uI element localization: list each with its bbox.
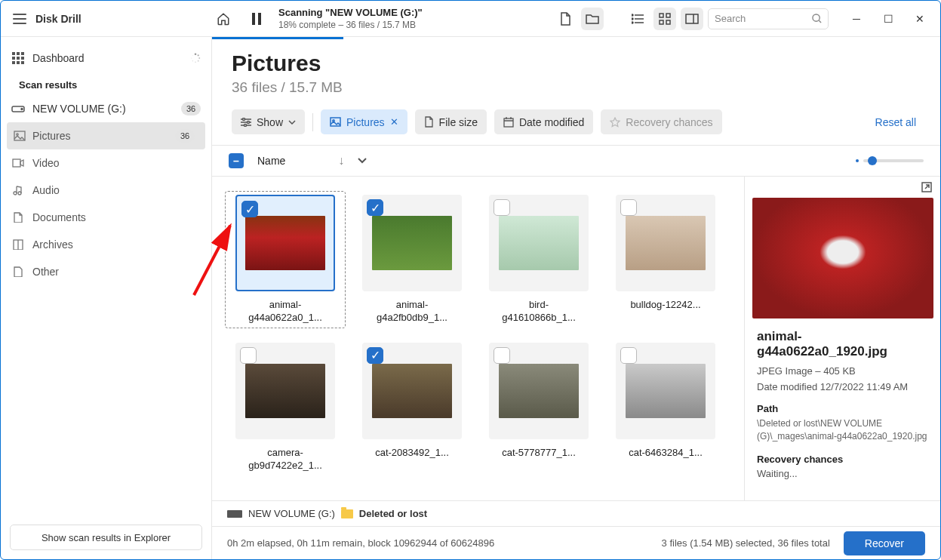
details-panel: animal-g44a0622a0_1920.jpg JPEG Image – … — [744, 177, 940, 500]
file-item[interactable]: bulldog-12242... — [609, 195, 722, 325]
svg-rect-19 — [12, 57, 15, 60]
recovery-chances-filter-button[interactable]: Recovery chances — [601, 109, 721, 134]
item-label: animal- g4a2fb0db9_1... — [363, 299, 461, 325]
scan-progress-bar — [212, 37, 343, 39]
sidebar-volume-label: NEW VOLUME (G:) — [32, 103, 126, 115]
home-icon[interactable] — [212, 8, 235, 30]
folder-icon — [341, 509, 353, 518]
title-tools: Search ─ ☐ ✕ — [554, 7, 934, 31]
breadcrumb-drive[interactable]: NEW VOLUME (G:) — [248, 508, 335, 519]
drive-icon — [11, 102, 25, 115]
list-view-icon[interactable] — [626, 8, 649, 30]
sidebar-volume[interactable]: NEW VOLUME (G:) 36 — [1, 95, 211, 122]
recover-button[interactable]: Recover — [844, 531, 925, 555]
minimize-button[interactable]: ─ — [842, 7, 871, 31]
page-subtitle: 36 files / 15.7 MB — [232, 79, 921, 96]
item-checkbox[interactable] — [240, 347, 257, 364]
item-checkbox[interactable] — [620, 199, 637, 216]
maximize-button[interactable]: ☐ — [874, 7, 903, 31]
svg-rect-0 — [252, 13, 255, 25]
sidebar-item-other[interactable]: Other — [1, 258, 211, 285]
remove-filter-icon[interactable]: ✕ — [390, 116, 398, 128]
item-checkbox[interactable] — [620, 347, 637, 364]
app-name: Disk Drill — [35, 13, 81, 25]
close-button[interactable]: ✕ — [906, 7, 934, 31]
svg-point-27 — [198, 57, 200, 59]
grid-view-icon[interactable] — [653, 8, 676, 30]
loading-icon — [190, 53, 201, 63]
folder-icon[interactable] — [581, 8, 604, 30]
sidebar-item-video[interactable]: Video — [1, 149, 211, 177]
status-bar: 0h 2m elapsed, 0h 11m remain, block 1096… — [212, 526, 940, 559]
file-item[interactable]: bird- g41610866b_1... — [482, 195, 595, 325]
item-checkbox[interactable] — [494, 199, 510, 216]
file-item[interactable]: ✓cat-2083492_1... — [355, 343, 469, 472]
item-label: camera- gb9d7422e2_1... — [236, 447, 334, 472]
scan-info: Scanning "NEW VOLUME (G:)" 18% complete … — [212, 7, 554, 30]
svg-rect-24 — [21, 61, 24, 64]
calendar-icon — [503, 117, 514, 128]
column-name[interactable]: Name — [257, 155, 285, 167]
item-label: cat-2083492_1... — [363, 447, 461, 460]
item-checkbox[interactable] — [494, 347, 510, 364]
item-checkbox[interactable]: ✓ — [367, 347, 383, 364]
video-icon — [11, 156, 25, 170]
popout-icon[interactable] — [921, 181, 933, 193]
sidebar-item-pictures[interactable]: Pictures36 — [7, 122, 205, 149]
thumbnail — [626, 216, 706, 270]
show-filter-button[interactable]: Show — [232, 109, 305, 134]
svg-point-7 — [632, 22, 633, 23]
svg-rect-23 — [17, 61, 20, 64]
sort-arrow-icon[interactable]: ↓ — [338, 154, 344, 168]
panel-view-icon[interactable] — [681, 8, 703, 30]
file-item[interactable]: cat-5778777_1... — [482, 343, 595, 472]
app-title-area: Disk Drill — [7, 13, 212, 25]
sidebar: Dashboard Scan results NEW VOLUME (G:) 3… — [1, 37, 212, 559]
pause-icon[interactable] — [245, 8, 268, 30]
thumbnail — [372, 364, 452, 418]
reset-all-link[interactable]: Reset all — [875, 116, 916, 128]
date-modified-filter-button[interactable]: Date modified — [494, 109, 593, 134]
sidebar-item-documents[interactable]: Documents — [1, 204, 211, 231]
file-item[interactable]: camera- gb9d7422e2_1... — [229, 343, 342, 472]
svg-point-39 — [18, 192, 21, 195]
select-all-checkbox[interactable]: – — [229, 153, 244, 168]
zoom-slider[interactable] — [856, 159, 924, 162]
file-icon[interactable] — [554, 8, 577, 30]
detail-rc-value: Waiting... — [757, 468, 928, 479]
show-in-explorer-button[interactable]: Show scan results in Explorer — [10, 525, 202, 550]
detail-path-label: Path — [757, 403, 928, 414]
expand-chevron-icon[interactable] — [358, 158, 367, 164]
svg-rect-50 — [504, 118, 513, 127]
audio-icon — [11, 183, 25, 197]
item-checkbox[interactable]: ✓ — [367, 199, 383, 216]
titlebar: Disk Drill Scanning "NEW VOLUME (G:)" 18… — [1, 1, 940, 37]
search-input[interactable]: Search — [708, 8, 829, 29]
item-checkbox[interactable]: ✓ — [241, 201, 258, 217]
sidebar-dashboard[interactable]: Dashboard — [1, 45, 211, 72]
content: Pictures 36 files / 15.7 MB Show Picture… — [212, 37, 940, 559]
svg-point-32 — [192, 55, 193, 56]
svg-rect-10 — [660, 20, 663, 24]
svg-rect-12 — [686, 14, 698, 23]
item-label: cat-5778777_1... — [490, 447, 588, 460]
file-item[interactable]: ✓animal- g44a0622a0_1... — [229, 195, 342, 325]
svg-rect-16 — [12, 52, 15, 55]
other-icon — [11, 265, 25, 278]
sidebar-item-archives[interactable]: Archives — [1, 231, 211, 258]
pictures-filter-chip[interactable]: Pictures ✕ — [321, 109, 407, 134]
svg-point-38 — [14, 192, 17, 195]
file-item[interactable]: cat-6463284_1... — [609, 343, 722, 472]
sidebar-item-audio[interactable]: Audio — [1, 177, 211, 204]
detail-filename: animal-g44a0622a0_1920.jpg — [757, 329, 928, 359]
breadcrumb-folder[interactable]: Deleted or lost — [359, 508, 427, 519]
file-icon — [424, 116, 434, 128]
file-size-filter-button[interactable]: File size — [415, 109, 487, 134]
svg-rect-37 — [13, 159, 20, 167]
status-left: 0h 2m elapsed, 0h 11m remain, block 1096… — [227, 537, 494, 549]
sidebar-dashboard-label: Dashboard — [32, 52, 85, 64]
svg-point-25 — [195, 53, 197, 55]
file-grid[interactable]: ✓animal- g44a0622a0_1...✓animal- g4a2fb0… — [212, 177, 744, 500]
menu-icon[interactable] — [13, 14, 26, 24]
file-item[interactable]: ✓animal- g4a2fb0db9_1... — [355, 195, 469, 325]
